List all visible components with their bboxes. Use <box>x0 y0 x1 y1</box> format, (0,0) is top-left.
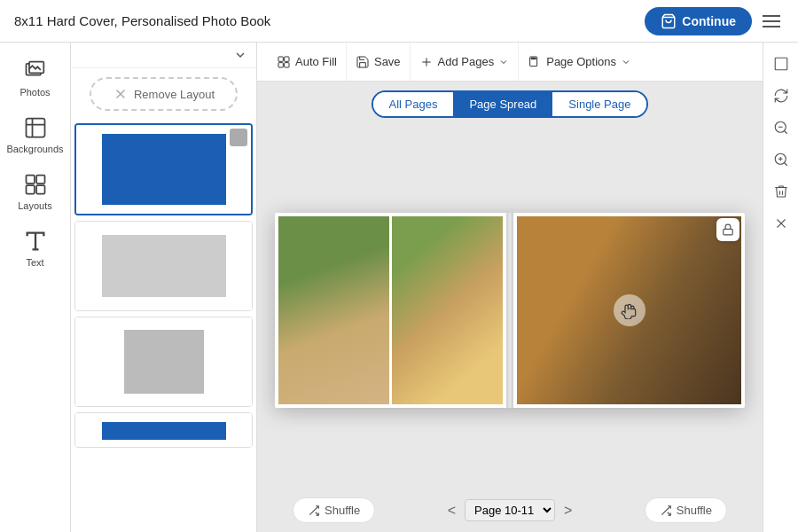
svg-rect-6 <box>26 185 34 193</box>
shuffle-icon <box>660 505 672 517</box>
add-pages-button[interactable]: Add Pages <box>411 43 520 81</box>
svg-rect-10 <box>278 57 283 61</box>
rotate-icon <box>773 88 789 104</box>
auto-fill-icon <box>277 55 291 69</box>
page-navigation: < Page 10-11 Page 8-9 Page 12-13 > <box>444 499 576 521</box>
view-toggle: All Pages Page Spread Single Page <box>257 82 763 123</box>
book-left-page[interactable] <box>275 213 506 408</box>
svg-rect-13 <box>285 62 289 66</box>
save-icon <box>356 55 370 69</box>
svg-rect-18 <box>724 229 733 234</box>
delete-tool[interactable] <box>767 177 795 206</box>
list-item[interactable] <box>74 412 253 448</box>
close-tool[interactable] <box>767 209 795 238</box>
svg-rect-4 <box>26 176 34 184</box>
layouts-panel: Remove Layout <box>71 43 257 532</box>
page-options-icon <box>528 55 542 69</box>
zoom-out-icon <box>773 120 789 136</box>
chevron-down-icon <box>233 48 247 62</box>
save-button[interactable]: Save <box>347 43 411 81</box>
shuffle-icon <box>308 505 320 517</box>
right-sidebar <box>763 43 798 532</box>
svg-rect-3 <box>26 119 44 137</box>
add-pages-icon <box>419 55 434 69</box>
continue-button[interactable]: Continue <box>645 7 752 35</box>
photos-icon <box>23 59 48 83</box>
hand-icon <box>621 301 638 319</box>
sidebar-item-layouts[interactable]: Layouts <box>0 163 70 220</box>
layouts-list <box>71 120 256 532</box>
page-options-button[interactable]: Page Options <box>519 43 640 81</box>
app-title: 8x11 Hard Cover, Personalised Photo Book <box>14 13 270 28</box>
svg-rect-5 <box>36 176 44 184</box>
page-select[interactable]: Page 10-11 Page 8-9 Page 12-13 <box>465 499 555 521</box>
single-page-toggle[interactable]: Single Page <box>552 92 646 116</box>
svg-line-25 <box>784 130 786 133</box>
lock-icon <box>722 223 734 236</box>
menu-button[interactable] <box>759 8 784 35</box>
toolbar: Auto Fill Save Add Pages <box>257 43 763 82</box>
bottom-controls: Shuffle < Page 10-11 Page 8-9 Page 12-13… <box>257 489 763 532</box>
remove-layout-button[interactable]: Remove Layout <box>90 77 238 111</box>
trash-icon <box>773 184 789 200</box>
rotate-tool[interactable] <box>767 82 795 110</box>
crop-icon <box>773 56 789 72</box>
body: Photos Backgrounds Layouts Text <box>0 43 798 532</box>
svg-rect-12 <box>278 62 283 66</box>
crop-tool[interactable] <box>767 50 795 78</box>
photo-slot-2[interactable] <box>392 216 503 404</box>
close-icon <box>773 215 789 231</box>
main-area: Auto Fill Save Add Pages <box>257 43 763 532</box>
zoom-out-tool[interactable] <box>767 113 795 142</box>
next-page-button[interactable]: > <box>560 503 575 519</box>
zoom-in-icon <box>773 152 789 168</box>
header: 8x11 Hard Cover, Personalised Photo Book… <box>0 0 798 43</box>
chevron-down-icon <box>621 57 631 67</box>
layout-preview-blue-strip <box>75 413 252 448</box>
svg-rect-11 <box>285 57 289 61</box>
sidebar-item-photos[interactable]: Photos <box>0 50 70 106</box>
svg-rect-7 <box>36 185 44 193</box>
page-spread-toggle[interactable]: Page Spread <box>453 92 552 116</box>
book-area <box>257 123 763 489</box>
photo-slot-1[interactable] <box>278 216 389 404</box>
sidebar-item-backgrounds[interactable]: Backgrounds <box>0 106 70 163</box>
svg-line-28 <box>784 162 786 165</box>
sidebar-item-text[interactable]: Text <box>0 220 70 277</box>
hand-cursor-overlay <box>614 294 645 326</box>
book-spine <box>506 213 513 408</box>
chevron-down-icon <box>498 57 509 67</box>
panel-dropdown <box>71 43 256 68</box>
scroll-indicator <box>230 129 247 146</box>
list-item[interactable] <box>74 221 253 311</box>
cart-icon <box>661 13 677 29</box>
layouts-icon <box>23 172 48 197</box>
lock-badge[interactable] <box>716 218 739 241</box>
book-right-page[interactable] <box>513 213 745 408</box>
sidebar: Photos Backgrounds Layouts Text <box>0 43 71 532</box>
list-item[interactable] <box>74 123 253 215</box>
photo-slot-3[interactable] <box>517 216 741 404</box>
book-spread <box>275 213 745 408</box>
right-shuffle-button[interactable]: Shuffle <box>645 497 727 523</box>
layout-preview-gray-portrait <box>75 317 252 406</box>
layout-preview-gray-full <box>75 222 252 310</box>
auto-fill-button[interactable]: Auto Fill <box>268 43 347 81</box>
close-x-icon <box>113 86 129 102</box>
list-item[interactable] <box>74 317 253 407</box>
svg-rect-23 <box>775 58 787 70</box>
left-shuffle-button[interactable]: Shuffle <box>293 497 375 523</box>
layout-preview-blue-full <box>76 125 251 214</box>
prev-page-button[interactable]: < <box>444 503 459 519</box>
text-icon <box>23 229 48 254</box>
zoom-in-tool[interactable] <box>767 145 795 174</box>
backgrounds-icon <box>23 115 48 140</box>
svg-rect-17 <box>531 58 536 59</box>
toggle-group: All Pages Page Spread Single Page <box>372 90 649 118</box>
header-actions: Continue <box>645 7 784 35</box>
all-pages-toggle[interactable]: All Pages <box>373 92 454 116</box>
